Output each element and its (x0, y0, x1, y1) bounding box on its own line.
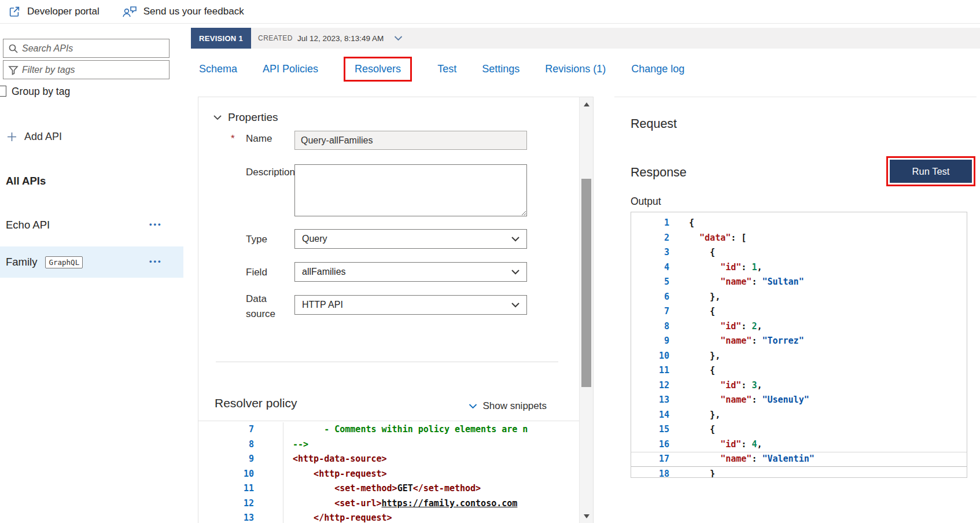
api-list: Echo API•••FamilyGraphQL••• (0, 209, 183, 283)
scroll-up-icon[interactable] (580, 97, 594, 111)
revision-dropdown-chevron-icon[interactable] (394, 36, 403, 41)
code-line-9: 9<http-data-source> (198, 452, 579, 467)
data-source-select[interactable]: HTTP API (294, 295, 527, 315)
code-line-15: 15 { (631, 422, 967, 437)
code-text: <http-data-source> (283, 452, 387, 467)
search-apis-input[interactable] (19, 43, 169, 54)
code-text: { (669, 304, 715, 319)
tab-revisions-1[interactable]: Revisions (1) (545, 63, 606, 75)
tab-test[interactable]: Test (437, 63, 456, 75)
line-number: 18 (631, 467, 669, 478)
tab-api-policies[interactable]: API Policies (263, 63, 318, 75)
chevron-down-icon (511, 270, 520, 275)
group-by-tag-checkbox[interactable] (0, 86, 6, 97)
show-snippets-button[interactable]: Show snippets (469, 400, 547, 412)
line-number: 1 (631, 216, 669, 231)
run-test-button[interactable]: Run Test (890, 160, 972, 183)
search-apis-box (3, 39, 170, 58)
tab-settings[interactable]: Settings (482, 63, 520, 75)
code-line-8: 8--> (198, 437, 579, 452)
code-line-13: 13 "name": "Usenuly" (631, 393, 967, 408)
field-select[interactable]: allFamilies (294, 262, 527, 282)
code-text: <set-url>https://family.contoso.com (283, 496, 517, 511)
code-line-18: 18 } (631, 467, 967, 478)
line-number: 3 (631, 245, 669, 260)
scroll-down-icon[interactable] (580, 509, 594, 523)
section-divider (216, 362, 558, 362)
code-text: }, (669, 408, 720, 423)
feedback-label: Send us your feedback (143, 6, 244, 17)
code-text: "id": 3, (669, 378, 762, 393)
plus-icon (7, 132, 17, 142)
code-text: "data": [ (669, 231, 746, 246)
code-text: { (669, 422, 715, 437)
filter-tags-input[interactable] (19, 65, 169, 75)
code-text: { (669, 216, 694, 231)
api-tab-bar: SchemaAPI PoliciesResolversTestSettingsR… (191, 54, 684, 83)
code-text: "name": "Torrez" (669, 334, 804, 349)
code-line-13: 13 </http-request> (198, 511, 579, 523)
type-select-value: Query (302, 234, 327, 244)
panel-scrollbar[interactable] (579, 97, 593, 523)
name-field[interactable] (294, 131, 527, 150)
code-text: "name": "Valentin" (669, 452, 815, 467)
api-name: Family (6, 256, 37, 268)
api-context-menu-icon[interactable]: ••• (149, 257, 163, 266)
code-text: <http-request> (283, 467, 387, 482)
code-line-4: 4 "id": 1, (631, 260, 967, 275)
properties-section-toggle[interactable]: Properties (213, 111, 278, 124)
description-label: Description (246, 167, 294, 178)
code-text: }, (669, 290, 720, 305)
code-line-16: 16 "id": 4, (631, 437, 967, 452)
revision-tab[interactable]: REVISION 1 (191, 28, 251, 49)
code-text: "name": "Sultan" (669, 275, 804, 290)
tab-schema[interactable]: Schema (199, 63, 237, 75)
group-by-tag-label: Group by tag (12, 86, 70, 98)
code-line-9: 9 "name": "Torrez" (631, 334, 967, 349)
line-number: 14 (631, 408, 669, 423)
code-text: <set-method>GET</set-method> (283, 481, 481, 496)
policy-code-editor[interactable]: 7 - Comments within policy elements are … (198, 421, 579, 523)
tab-resolvers[interactable]: Resolvers (355, 63, 401, 75)
code-line-5: 5 "name": "Sultan" (631, 275, 967, 290)
line-number: 11 (631, 363, 669, 378)
type-label: Type (246, 234, 267, 245)
developer-portal-link[interactable]: Developer portal (8, 5, 100, 18)
code-text: } (669, 467, 715, 478)
line-number: 7 (198, 422, 283, 437)
api-item-echo-api[interactable]: Echo API••• (0, 209, 183, 241)
request-heading: Request (631, 117, 677, 131)
add-api-button[interactable]: Add API (7, 131, 62, 143)
all-apis-heading: All APIs (6, 175, 46, 187)
chevron-down-icon (511, 303, 520, 308)
external-link-icon (8, 5, 21, 18)
output-code-viewer[interactable]: 1{2 "data": [3 {4 "id": 1,5 "name": "Sul… (631, 212, 967, 478)
revision-created-strip: CREATED Jul 12, 2023, 8:13:49 AM (251, 28, 980, 49)
code-line-3: 3 { (631, 245, 967, 260)
line-number: 8 (198, 437, 283, 452)
api-context-menu-icon[interactable]: ••• (149, 220, 163, 229)
feedback-icon (121, 5, 137, 19)
search-icon (8, 43, 19, 54)
code-text: --> (283, 437, 308, 452)
feedback-link[interactable]: Send us your feedback (121, 5, 244, 19)
api-item-family[interactable]: FamilyGraphQL••• (0, 246, 183, 278)
active-tab-highlight-box: Resolvers (344, 57, 412, 82)
scrollbar-thumb[interactable] (581, 179, 591, 387)
data-source-label: Data source (246, 292, 279, 322)
code-line-10: 10 <http-request> (198, 467, 579, 482)
top-bar: Developer portal Send us your feedback (0, 0, 980, 24)
required-marker: * (231, 133, 235, 145)
code-text: }, (669, 349, 720, 364)
code-text: "id": 1, (669, 260, 762, 275)
created-label: CREATED (258, 34, 293, 42)
show-snippets-label: Show snippets (482, 400, 547, 412)
filter-icon (8, 65, 19, 75)
line-number: 12 (631, 378, 669, 393)
field-select-value: allFamilies (302, 267, 346, 277)
description-field[interactable] (294, 164, 527, 216)
developer-portal-label: Developer portal (27, 6, 100, 17)
api-badge-graphql: GraphQL (45, 256, 83, 268)
type-select[interactable]: Query (294, 229, 527, 249)
tab-change-log[interactable]: Change log (631, 63, 684, 75)
